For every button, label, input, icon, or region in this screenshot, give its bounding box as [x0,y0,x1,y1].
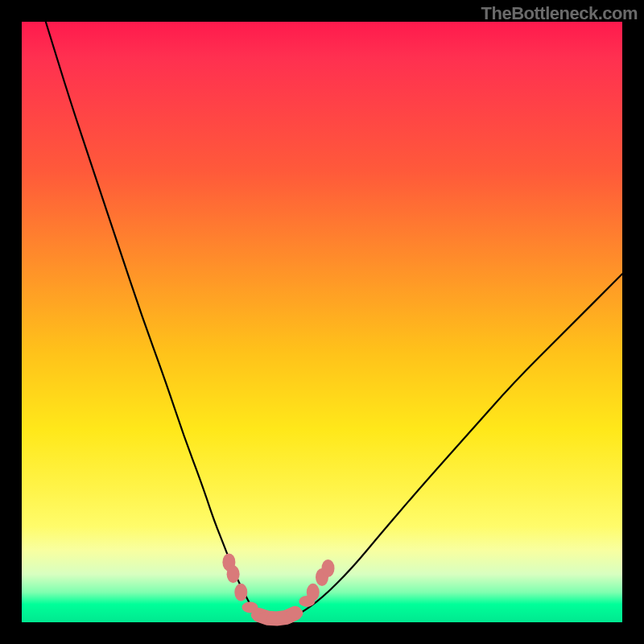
watermark-text: TheBottleneck.com [481,3,638,24]
data-marker [322,559,335,577]
data-marker [227,565,240,583]
data-marker [234,584,247,601]
data-marker [307,584,320,601]
chart-svg [22,22,622,622]
bottleneck-curve [46,22,622,619]
chart-frame [0,0,644,644]
plot-area [22,22,622,622]
data-markers [222,553,334,625]
data-marker [287,608,303,619]
